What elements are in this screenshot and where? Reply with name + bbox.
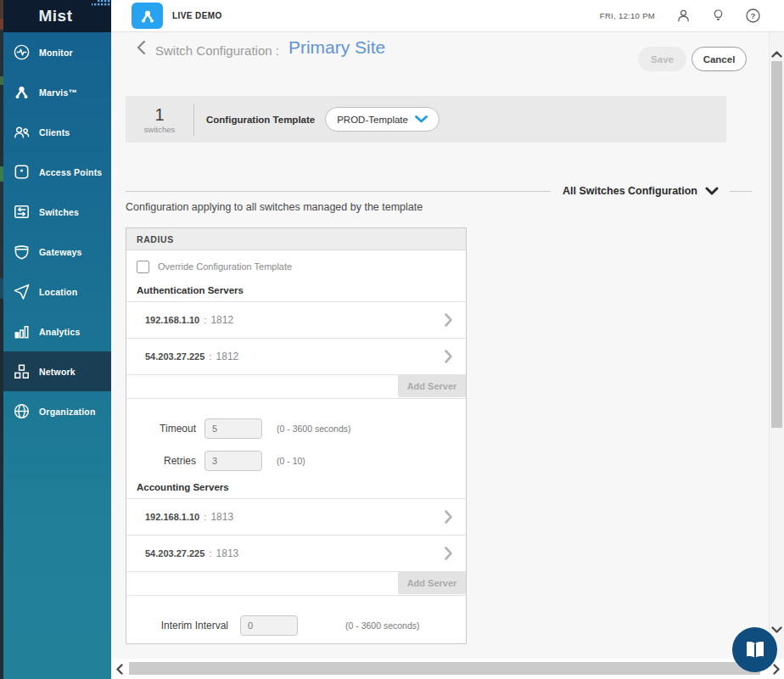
retries-label: Retries <box>137 455 196 467</box>
auth-servers-heading: Authentication Servers <box>137 285 456 297</box>
network-icon <box>11 362 31 382</box>
chevron-right-icon[interactable] <box>445 350 452 363</box>
sidebar-item-marvis[interactable]: Marvis™ <box>0 72 111 112</box>
organization-icon <box>11 401 31 422</box>
chevron-right-icon[interactable] <box>445 313 452 327</box>
timeout-input[interactable] <box>204 418 262 439</box>
server-separator: : <box>204 512 206 522</box>
section-title[interactable]: All Switches Configuration <box>563 185 697 197</box>
access-points-icon <box>11 162 31 182</box>
add-acct-server-button[interactable]: Add Server <box>398 572 466 594</box>
sidebar-item-label: Gateways <box>39 247 82 257</box>
divider <box>730 191 752 192</box>
server-row[interactable]: 192.168.1.10 : 1813 <box>126 499 466 536</box>
org-name[interactable]: LIVE DEMO <box>172 11 222 20</box>
sidebar-item-label: Analytics <box>39 327 81 337</box>
scroll-left-arrow-icon[interactable] <box>116 664 123 675</box>
template-select-value: PROD-Template <box>337 115 408 125</box>
location-icon <box>11 282 31 302</box>
sidebar-item-label: Monitor <box>39 48 73 58</box>
vertical-scrollbar[interactable] <box>769 32 784 659</box>
divider <box>126 191 551 192</box>
horizontal-scrollbar-thumb[interactable] <box>129 662 760 675</box>
timeout-label: Timeout <box>137 423 196 435</box>
vertical-scrollbar-thumb[interactable] <box>771 61 782 428</box>
switches-icon <box>11 202 31 222</box>
analytics-icon <box>11 322 31 342</box>
override-checkbox[interactable] <box>137 261 149 273</box>
topbar-right: FRI, 12:10 PM ? <box>600 7 762 25</box>
chevron-right-icon[interactable] <box>445 510 452 524</box>
cancel-button[interactable]: Cancel <box>692 47 747 71</box>
add-auth-server-button[interactable]: Add Server <box>398 375 466 397</box>
interim-interval-row: Interim Interval (0 - 3600 seconds) <box>126 615 466 636</box>
server-port: 1813 <box>216 547 239 559</box>
open-book-icon <box>742 637 769 664</box>
radius-panel-header: RADIUS <box>126 228 466 250</box>
documentation-book-button[interactable] <box>732 627 777 672</box>
mist-logo-text: Mist <box>39 7 73 25</box>
page-title-prefix: Switch Configuration : <box>155 43 279 58</box>
server-port: 1812 <box>216 351 239 362</box>
user-icon[interactable] <box>675 7 692 25</box>
sidebar-item-label: Location <box>39 287 77 297</box>
sidebar-item-label: Network <box>39 367 76 377</box>
sidebar-item-analytics[interactable]: Analytics <box>0 311 111 351</box>
server-row[interactable]: 192.168.1.10 : 1812 <box>126 302 466 339</box>
chevron-right-icon[interactable] <box>445 547 452 560</box>
bulb-icon[interactable] <box>710 7 726 25</box>
server-ip: 192.168.1.10 <box>145 315 199 325</box>
template-select[interactable]: PROD-Template <box>325 107 440 132</box>
horizontal-scrollbar[interactable] <box>111 659 784 679</box>
mist-logo[interactable]: Mist <box>0 0 111 32</box>
server-row[interactable]: 54.203.27.225 : 1812 <box>126 339 466 375</box>
switch-count: 1 switches <box>126 105 193 134</box>
chevron-down-icon <box>415 115 428 123</box>
sidebar-item-organization[interactable]: Organization <box>0 391 111 431</box>
sidebar-item-access-points[interactable]: Access Points <box>0 152 111 192</box>
section-header: All Switches Configuration <box>126 184 752 198</box>
server-separator: : <box>204 315 206 325</box>
back-button[interactable] <box>137 40 147 55</box>
server-separator: : <box>209 351 211 362</box>
section-description: Configuration applying to all switches m… <box>126 201 423 213</box>
sidebar-item-label: Organization <box>39 407 96 417</box>
scroll-right-arrow-icon[interactable] <box>773 664 780 675</box>
sidebar-item-monitor[interactable]: Monitor <box>0 32 111 72</box>
sidebar-item-network[interactable]: Network <box>0 351 111 391</box>
acct-server-list: 192.168.1.10 : 1813 54.203.27.225 : 1813… <box>126 498 466 596</box>
sidebar-item-label: Clients <box>39 127 70 137</box>
retries-input[interactable] <box>204 451 262 471</box>
interim-interval-label: Interim Interval <box>137 620 228 631</box>
gateways-icon <box>11 242 31 262</box>
sidebar-item-clients[interactable]: Clients <box>0 112 111 152</box>
section-collapse-chevron-down-icon[interactable] <box>705 187 719 195</box>
divider <box>193 104 194 136</box>
radius-panel: RADIUS Override Configuration Template A… <box>126 227 467 644</box>
server-ip: 192.168.1.10 <box>145 512 199 522</box>
clients-icon <box>11 122 31 143</box>
sidebar-item-label: Marvis™ <box>39 87 77 98</box>
switch-count-label: switches <box>126 125 193 134</box>
page-title: Primary Site <box>288 37 385 58</box>
template-field-label: Configuration Template <box>206 115 315 125</box>
marvis-icon <box>11 82 31 103</box>
help-icon[interactable]: ? <box>744 7 762 25</box>
interim-interval-input[interactable] <box>240 615 298 636</box>
save-button[interactable]: Save <box>638 47 686 71</box>
sidebar-item-switches[interactable]: Switches <box>0 192 111 232</box>
sidebar: Mist Monitor Marv <box>0 0 111 679</box>
scroll-down-arrow-icon[interactable] <box>771 621 782 637</box>
interim-interval-hint: (0 - 3600 seconds) <box>345 620 420 631</box>
scroll-up-arrow-icon[interactable] <box>771 46 782 61</box>
sidebar-nav: Monitor Marvis™ Clients Access Points <box>0 32 111 431</box>
org-badge-icon[interactable] <box>132 3 163 29</box>
server-row[interactable]: 54.203.27.225 : 1813 <box>126 536 466 572</box>
sidebar-item-location[interactable]: Location <box>0 272 111 311</box>
server-ip: 54.203.27.225 <box>145 351 204 362</box>
monitor-icon <box>11 42 31 63</box>
sidebar-item-gateways[interactable]: Gateways <box>0 232 111 272</box>
add-server-row: Add Server <box>126 572 466 596</box>
acct-servers-heading: Accounting Servers <box>137 482 456 494</box>
retries-row: Retries (0 - 10) <box>126 451 466 471</box>
